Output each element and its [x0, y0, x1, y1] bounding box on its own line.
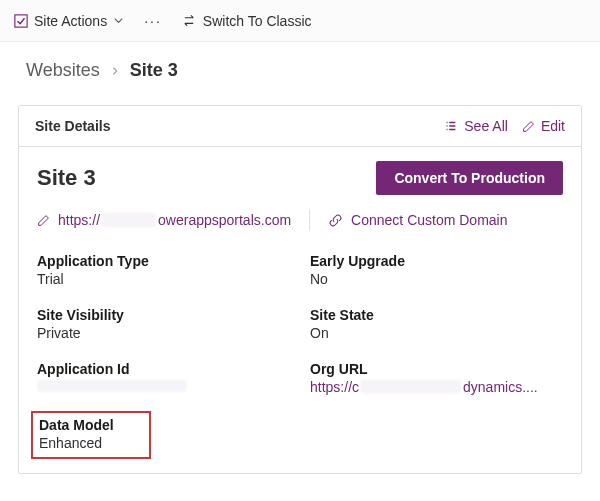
svg-rect-0 — [15, 14, 27, 26]
edit-button[interactable]: Edit — [522, 118, 565, 134]
see-all-button[interactable]: See All — [444, 118, 508, 134]
field-value: On — [310, 325, 563, 341]
field-label: Org URL — [310, 361, 563, 377]
highlight-box: Data Model Enhanced — [31, 411, 151, 459]
card-title: Site Details — [35, 118, 110, 134]
field-value: Enhanced — [39, 435, 141, 451]
site-details-card: Site Details See All Edit Site 3 Convert… — [18, 105, 582, 474]
breadcrumb-parent[interactable]: Websites — [26, 60, 100, 81]
site-url-suffix: owerappsportals.com — [158, 212, 291, 228]
card-header: Site Details See All Edit — [19, 106, 581, 147]
site-url-prefix: https:// — [58, 212, 100, 228]
field-value[interactable]: https://c dynamics.... — [310, 379, 563, 395]
site-actions-label: Site Actions — [34, 13, 107, 29]
edit-url-link[interactable]: https:// owerappsportals.com — [37, 212, 291, 228]
site-actions-menu[interactable]: Site Actions — [14, 13, 124, 29]
field-value: Private — [37, 325, 290, 341]
site-links-row: https:// owerappsportals.com Connect Cus… — [37, 209, 563, 231]
redacted-text — [102, 213, 156, 227]
redacted-text — [37, 380, 187, 392]
field-label: Data Model — [39, 417, 141, 433]
switch-classic-button[interactable]: Switch To Classic — [182, 13, 312, 29]
field-value: No — [310, 271, 563, 287]
org-url-suffix: dynamics.... — [463, 379, 538, 395]
chevron-right-icon — [110, 60, 120, 81]
field-value — [37, 379, 290, 395]
field-value: Trial — [37, 271, 290, 287]
breadcrumb-current: Site 3 — [130, 60, 178, 81]
pencil-icon — [522, 120, 535, 133]
connect-domain-link[interactable]: Connect Custom Domain — [328, 212, 507, 228]
field-label: Application Id — [37, 361, 290, 377]
field-label: Early Upgrade — [310, 253, 563, 269]
field-site-visibility: Site Visibility Private — [37, 307, 290, 341]
see-all-label: See All — [464, 118, 508, 134]
swap-icon — [182, 13, 197, 28]
field-label: Application Type — [37, 253, 290, 269]
redacted-text — [361, 380, 461, 394]
top-ribbon: Site Actions ··· Switch To Classic — [0, 0, 600, 42]
switch-classic-label: Switch To Classic — [203, 13, 312, 29]
breadcrumb: Websites Site 3 — [0, 42, 600, 87]
convert-production-button[interactable]: Convert To Production — [376, 161, 563, 195]
more-actions-button[interactable]: ··· — [142, 13, 164, 29]
fields-grid: Application Type Trial Early Upgrade No … — [37, 253, 563, 453]
pencil-icon — [37, 214, 50, 227]
field-application-id: Application Id — [37, 361, 290, 395]
chevron-down-icon — [113, 15, 124, 26]
link-icon — [328, 213, 343, 228]
connect-domain-label: Connect Custom Domain — [351, 212, 507, 228]
site-name-heading: Site 3 — [37, 165, 96, 191]
field-site-state: Site State On — [310, 307, 563, 341]
checkbox-icon — [14, 14, 28, 28]
org-url-prefix: https://c — [310, 379, 359, 395]
field-early-upgrade: Early Upgrade No — [310, 253, 563, 287]
edit-label: Edit — [541, 118, 565, 134]
list-icon — [444, 119, 458, 133]
field-data-model: Data Model Enhanced — [37, 415, 290, 453]
field-org-url: Org URL https://c dynamics.... — [310, 361, 563, 395]
field-application-type: Application Type Trial — [37, 253, 290, 287]
vertical-divider — [309, 209, 310, 231]
field-label: Site State — [310, 307, 563, 323]
field-label: Site Visibility — [37, 307, 290, 323]
